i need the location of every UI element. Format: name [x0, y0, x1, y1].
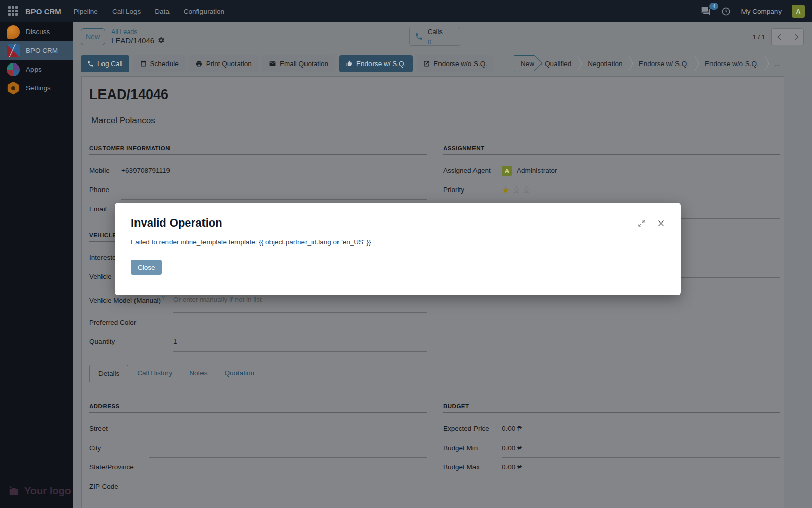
- menu-pipeline[interactable]: Pipeline: [74, 8, 98, 15]
- mobile-row: Mobile +639708791119: [89, 161, 427, 180]
- city-field[interactable]: [149, 438, 427, 458]
- stage-endorse-without-sq[interactable]: Endorse w/o S.Q.: [702, 56, 762, 72]
- priority-row: Priority: [443, 180, 780, 200]
- menu-configuration[interactable]: Configuration: [184, 8, 224, 15]
- stage-statusbar: New Qualified Negotiation Endorse w/ S.Q…: [514, 55, 784, 72]
- pager-next-button[interactable]: [788, 28, 804, 45]
- envelope-icon: [269, 60, 276, 67]
- quantity-row: Quantity 1: [89, 332, 427, 352]
- stage-qualified[interactable]: Qualified: [542, 56, 574, 72]
- apps-circle-icon: [7, 63, 20, 76]
- sidebar-item-settings[interactable]: Settings: [0, 79, 73, 98]
- menu-call-logs[interactable]: Call Logs: [112, 8, 141, 15]
- mobile-field[interactable]: +639708791119: [121, 161, 427, 180]
- top-navbar: BPO CRM Pipeline Call Logs Data Configur…: [0, 0, 812, 22]
- help-question-icon[interactable]: ?: [162, 295, 165, 301]
- control-panel-button-row: Log Call Schedule Print Quotation Email …: [73, 51, 812, 76]
- phone-row: Phone: [89, 180, 427, 200]
- close-button[interactable]: Close: [131, 260, 162, 275]
- activities-clock-icon[interactable]: [721, 7, 731, 16]
- sidebar-item-discuss[interactable]: Discuss: [0, 22, 73, 41]
- stage-new[interactable]: New: [514, 55, 534, 72]
- endorse-without-sq-button[interactable]: Endorse w/o S.Q.: [417, 55, 494, 72]
- new-record-button[interactable]: New: [81, 28, 105, 45]
- stage-more[interactable]: ...: [772, 56, 784, 72]
- chevron-right-icon: [792, 34, 798, 40]
- breadcrumb-all-leads-link[interactable]: All Leads: [111, 28, 165, 36]
- calendar-icon: [140, 60, 147, 67]
- calls-smart-button[interactable]: Calls 0: [409, 27, 460, 46]
- phone-field[interactable]: [121, 180, 427, 200]
- street-field[interactable]: [149, 419, 427, 438]
- company-logo-placeholder[interactable]: Your logo: [8, 485, 71, 497]
- mobile-label: Mobile: [89, 166, 121, 176]
- expand-dialog-button[interactable]: [638, 219, 646, 227]
- preferred-color-field[interactable]: [173, 313, 427, 332]
- city-row: City: [89, 438, 427, 458]
- quantity-field[interactable]: 1: [173, 332, 427, 352]
- priority-label: Priority: [443, 185, 502, 195]
- record-pager: 1 / 1: [753, 28, 804, 45]
- user-avatar[interactable]: A: [792, 5, 805, 18]
- gear-icon[interactable]: [158, 37, 165, 44]
- budget-header: BUDGET: [443, 403, 780, 413]
- star-filled-icon[interactable]: [502, 185, 510, 195]
- budget-max-field[interactable]: 0.00 ₱: [502, 458, 780, 477]
- email-quotation-button[interactable]: Email Quotation: [262, 55, 335, 72]
- zip-code-label: ZIP Code: [89, 482, 149, 492]
- calls-count: 0: [428, 38, 431, 46]
- sidebar-item-bpo-crm[interactable]: BPO CRM: [0, 41, 73, 60]
- budget-section: BUDGET Expected Price 0.00 ₱ Budget Min …: [443, 403, 780, 496]
- stage-separator-icon: [577, 56, 582, 71]
- sidebar-item-apps[interactable]: Apps: [0, 60, 73, 79]
- budget-max-row: Budget Max 0.00 ₱: [443, 458, 780, 477]
- preferred-color-label: Preferred Color: [89, 318, 173, 328]
- menu-data[interactable]: Data: [155, 8, 170, 15]
- external-link-icon: [423, 60, 430, 67]
- navbar-menu: Pipeline Call Logs Data Configuration: [74, 8, 224, 15]
- assigned-agent-field[interactable]: A Administrator: [502, 161, 780, 180]
- schedule-button[interactable]: Schedule: [133, 55, 185, 72]
- bpo-crm-app-icon: [7, 44, 20, 57]
- star-empty-icon[interactable]: [512, 185, 520, 195]
- phone-icon: [87, 60, 94, 67]
- pager-previous-button[interactable]: [771, 28, 788, 45]
- expected-price-row: Expected Price 0.00 ₱: [443, 419, 780, 438]
- endorse-icon: [346, 60, 353, 67]
- print-quotation-button[interactable]: Print Quotation: [189, 55, 258, 72]
- tab-quotation[interactable]: Quotation: [216, 365, 263, 382]
- expected-price-field[interactable]: 0.00 ₱: [502, 419, 780, 438]
- tab-notes[interactable]: Notes: [181, 365, 216, 382]
- stage-endorse-with-sq[interactable]: Endorse w/ S.Q.: [636, 56, 692, 72]
- app-brand[interactable]: BPO CRM: [25, 7, 61, 16]
- calls-label: Calls: [428, 28, 443, 36]
- tab-details[interactable]: Details: [89, 365, 128, 382]
- log-call-button[interactable]: Log Call: [81, 55, 129, 72]
- breadcrumb-current: LEAD/14046: [111, 36, 154, 45]
- stage-separator-icon: [764, 56, 769, 71]
- phone-label: Phone: [89, 185, 121, 195]
- zip-code-field[interactable]: [149, 477, 427, 496]
- messages-button[interactable]: 4: [701, 6, 711, 16]
- state-province-field[interactable]: [149, 458, 427, 477]
- stage-separator-icon: [628, 56, 633, 71]
- assigned-agent-row: Assigned Agent A Administrator: [443, 161, 780, 180]
- vehicle-model-label: Vehicle Model (Manual)?: [89, 294, 173, 306]
- close-dialog-x-button[interactable]: [657, 219, 665, 228]
- expand-icon: [638, 219, 646, 227]
- camera-plus-icon: [8, 486, 19, 496]
- star-empty-icon[interactable]: [522, 185, 530, 195]
- company-switcher[interactable]: My Company: [741, 8, 782, 15]
- agent-avatar: A: [502, 166, 512, 176]
- apps-grid-icon[interactable]: [8, 6, 18, 16]
- contact-name-field[interactable]: Marcel Polancos: [89, 116, 607, 130]
- priority-stars: [502, 180, 780, 200]
- endorse-with-sq-button[interactable]: Endorse w/ S.Q.: [339, 55, 413, 72]
- messages-badge: 4: [709, 3, 719, 10]
- budget-min-field[interactable]: 0.00 ₱: [502, 438, 780, 458]
- budget-min-row: Budget Min 0.00 ₱: [443, 438, 780, 458]
- zip-code-row: ZIP Code: [89, 477, 427, 496]
- tab-call-history[interactable]: Call History: [128, 365, 181, 382]
- stage-negotiation[interactable]: Negotiation: [585, 56, 625, 72]
- preferred-color-row: Preferred Color: [89, 313, 427, 332]
